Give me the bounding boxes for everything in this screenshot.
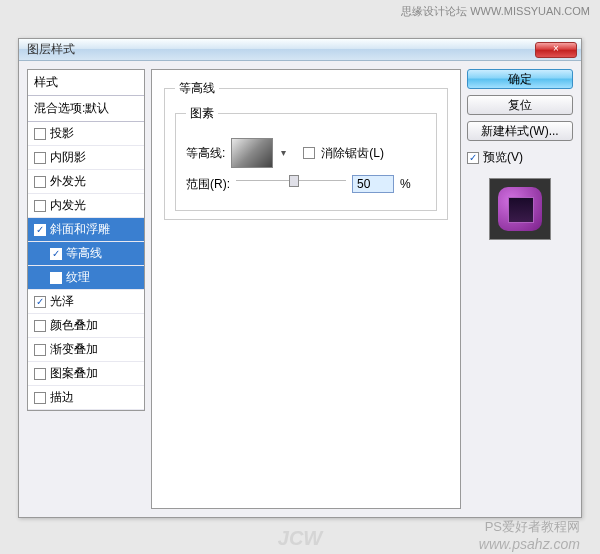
watermark-center: JCW — [278, 527, 322, 550]
checkbox[interactable] — [50, 272, 62, 284]
checkbox[interactable] — [34, 320, 46, 332]
layer-style-dialog: 图层样式 × 样式 混合选项:默认 投影 内阴影 外发光 内发光 ✓斜面和浮雕 … — [18, 38, 582, 518]
blend-options[interactable]: 混合选项:默认 — [28, 96, 144, 122]
dialog-title: 图层样式 — [23, 41, 535, 58]
contour-section: 等高线 图素 等高线: 消除锯齿(L) 范围(R): % — [164, 80, 448, 220]
checkbox[interactable] — [34, 200, 46, 212]
elements-group: 图素 等高线: 消除锯齿(L) 范围(R): % — [175, 105, 437, 211]
contour-picker[interactable] — [231, 138, 273, 168]
titlebar: 图层样式 × — [19, 39, 581, 61]
group-title: 图素 — [186, 105, 218, 122]
checkbox[interactable]: ✓ — [50, 248, 62, 260]
range-slider[interactable] — [236, 180, 346, 194]
checkbox[interactable]: ✓ — [34, 224, 46, 236]
style-stroke[interactable]: 描边 — [28, 386, 144, 410]
styles-panel: 样式 混合选项:默认 投影 内阴影 外发光 内发光 ✓斜面和浮雕 ✓等高线 纹理… — [27, 69, 145, 509]
antialiased-checkbox[interactable] — [303, 147, 315, 159]
checkbox[interactable] — [34, 176, 46, 188]
styles-header[interactable]: 样式 — [28, 70, 144, 96]
watermark-tutorial: PS爱好者教程网 — [485, 518, 580, 536]
checkbox[interactable] — [34, 128, 46, 140]
right-panel: 确定 复位 新建样式(W)... ✓ 预览(V) — [467, 69, 573, 509]
antialiased-label: 消除锯齿(L) — [321, 145, 384, 162]
style-outer-glow[interactable]: 外发光 — [28, 170, 144, 194]
section-title: 等高线 — [175, 80, 219, 97]
top-credit: 思缘设计论坛 WWW.MISSYUAN.COM — [0, 0, 600, 23]
checkbox[interactable] — [34, 392, 46, 404]
preview-icon — [498, 187, 542, 231]
preview-thumbnail — [489, 178, 551, 240]
style-pattern-overlay[interactable]: 图案叠加 — [28, 362, 144, 386]
style-inner-glow[interactable]: 内发光 — [28, 194, 144, 218]
style-drop-shadow[interactable]: 投影 — [28, 122, 144, 146]
style-bevel-emboss[interactable]: ✓斜面和浮雕 — [28, 218, 144, 242]
style-color-overlay[interactable]: 颜色叠加 — [28, 314, 144, 338]
range-input[interactable] — [352, 175, 394, 193]
style-gradient-overlay[interactable]: 渐变叠加 — [28, 338, 144, 362]
style-inner-shadow[interactable]: 内阴影 — [28, 146, 144, 170]
style-contour[interactable]: ✓等高线 — [28, 242, 144, 266]
preview-checkbox[interactable]: ✓ — [467, 152, 479, 164]
range-label: 范围(R): — [186, 176, 230, 193]
checkbox[interactable]: ✓ — [34, 296, 46, 308]
checkbox[interactable] — [34, 344, 46, 356]
watermark-url: www.psahz.com — [479, 536, 580, 552]
contour-label: 等高线: — [186, 145, 225, 162]
cancel-button[interactable]: 复位 — [467, 95, 573, 115]
style-satin[interactable]: ✓光泽 — [28, 290, 144, 314]
preview-label: 预览(V) — [483, 149, 523, 166]
slider-thumb[interactable] — [289, 175, 299, 187]
ok-button[interactable]: 确定 — [467, 69, 573, 89]
style-texture[interactable]: 纹理 — [28, 266, 144, 290]
main-settings-panel: 等高线 图素 等高线: 消除锯齿(L) 范围(R): % — [151, 69, 461, 509]
new-style-button[interactable]: 新建样式(W)... — [467, 121, 573, 141]
range-unit: % — [400, 177, 411, 191]
close-button[interactable]: × — [535, 42, 577, 58]
checkbox[interactable] — [34, 368, 46, 380]
checkbox[interactable] — [34, 152, 46, 164]
